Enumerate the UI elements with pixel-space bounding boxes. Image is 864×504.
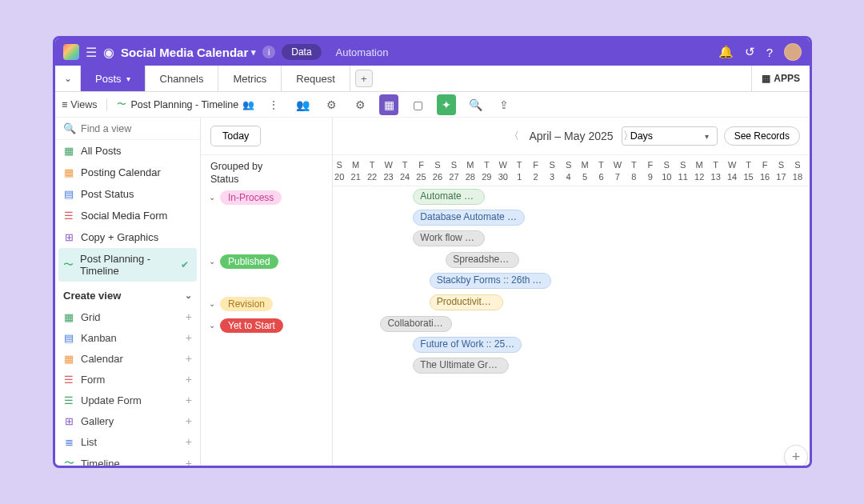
timeline-area: 〈 April – May 2025 〉 Days ▾ See Records … [333,118,810,466]
create-view-list: ▦Grid+▤Kanban+▦Calendar+☰Form+☰Update Fo… [55,306,200,466]
timeline-event[interactable]: Work flow Mana... [413,230,485,246]
sidebar-view-item[interactable]: ▦Posting Calendar [55,162,200,183]
gear-icon[interactable]: ⚙ [350,98,370,111]
menu-icon[interactable]: ☰ [86,45,97,60]
current-view-name[interactable]: 〜 Post Planning - Timeline 👥 [117,98,254,111]
grid-icon: ▦ [63,311,74,323]
day-column-header: S3 [544,155,560,182]
timeline-event[interactable]: Future of Work :: 25th Apri... [413,337,522,353]
timeline-icon: 〜 [117,98,126,111]
export-icon[interactable]: ⇪ [494,98,514,111]
plus-icon: + [186,352,192,365]
day-column-header: M5 [577,155,593,182]
collapse-group-icon[interactable]: ⌄ [209,299,215,308]
day-column-header: T24 [397,155,413,182]
timeline-event[interactable]: The Ultimate Growth H... [413,358,509,374]
tab-channels[interactable]: Channels [146,66,219,91]
sidebar-view-item[interactable]: ☰Social Media Form [55,205,200,226]
sidebar-view-item[interactable]: ⊞Copy + Graphics [55,226,200,248]
add-tab-button[interactable]: + [355,70,373,87]
group-row[interactable]: ⌄Revision [201,293,273,314]
sidebar-view-item[interactable]: 〜Post Planning - Timeline✔ [58,248,197,282]
workspace-title-text: Social Media Calendar [121,46,248,59]
layout-expanded-icon[interactable]: ▦ [379,94,398,115]
group-row[interactable]: ⌄Yet to Start [201,314,283,336]
create-view-item[interactable]: 〜Timeline+ [55,452,200,466]
find-view-input[interactable] [81,123,201,134]
group-row[interactable]: ⌄Published [201,250,278,272]
group-row[interactable]: ⌄In-Process [201,186,282,208]
day-column-header: S26 [430,155,446,182]
collaborators-icon[interactable]: 👥 [293,98,312,111]
today-button[interactable]: Today [210,126,261,146]
bell-icon[interactable]: 🔔 [718,45,734,59]
chevron-down-icon: ▾ [705,132,709,141]
people-icon[interactable]: ◉ [103,45,114,60]
calendar-icon[interactable]: ▢ [408,96,427,114]
timeline-event[interactable]: Collaboration is ... [380,316,452,332]
info-icon[interactable]: i [262,46,275,58]
views-list: ▦All Posts▦Posting Calendar▤Post Status☰… [55,140,200,282]
timeline-event[interactable]: Productivity kills... [430,294,503,310]
tab-posts[interactable]: Posts ▾ [81,66,146,91]
plus-icon: + [186,394,192,406]
see-records-button[interactable]: See Records [724,126,800,146]
add-record-fab[interactable]: + [784,445,808,466]
help-icon[interactable]: ? [766,46,773,59]
status-pill: Revision [220,297,273,311]
tab-metrics[interactable]: Metrics [218,66,282,91]
tabbar: ⌄ Posts ▾ Channels Metrics Request + ▦ A… [55,66,810,92]
create-view-item[interactable]: ☰Update Form+ [55,390,200,410]
timeline-body[interactable]: Automate your w...Database Automate :: 2… [333,186,810,458]
day-column-header: W30 [495,155,511,182]
day-column-header: T1 [511,155,527,182]
sidebar-view-item[interactable]: ▤Post Status [55,183,200,205]
create-view-item[interactable]: ☰Form+ [55,369,200,390]
collapse-group-icon[interactable]: ⌄ [209,257,215,266]
automation-link[interactable]: Automation [336,46,389,58]
create-view-item[interactable]: ▦Calendar+ [55,348,200,369]
collapse-group-icon[interactable]: ⌄ [209,193,215,202]
next-range-button[interactable]: 〉 [623,129,634,143]
day-column-header: M21 [347,155,363,182]
automation-run-icon[interactable]: ✦ [437,94,456,115]
workspace-title[interactable]: Social Media Calendar ▾ [121,46,256,59]
collapse-sidebar-button[interactable]: ⌄ [55,66,81,91]
prev-range-button[interactable]: 〈 [509,129,519,143]
day-column-header: T8 [626,155,642,182]
timeline-event[interactable]: Spreadsheets m... [446,252,519,268]
plus-icon: + [186,414,192,427]
plus-icon: + [186,310,192,323]
collapse-group-icon[interactable]: ⌄ [209,321,215,330]
create-view-item[interactable]: ▤Kanban+ [55,327,200,348]
create-view-item[interactable]: ▦Grid+ [55,306,200,327]
views-button[interactable]: ≡ Views [62,99,97,110]
create-view-item[interactable]: ≣List+ [55,431,200,452]
create-view-item[interactable]: ⊞Gallery+ [55,410,200,431]
timeline-event[interactable]: Stackby Forms :: 26th April, 2... [430,273,551,289]
day-column-header: S11 [675,155,691,182]
search-icon[interactable]: 🔍 [466,98,485,111]
avatar[interactable] [784,43,802,61]
create-view-label: Form [81,374,105,386]
history-icon[interactable]: ↺ [745,45,755,59]
timeline-event[interactable]: Database Automate :: 25th ... [413,210,525,226]
sidebar-view-label: All Posts [81,145,122,157]
tab-request[interactable]: Request [282,66,350,91]
sidebar-view-label: Post Planning - Timeline [80,253,174,277]
check-icon: ✔ [181,259,189,270]
apps-label: APPS [774,73,800,84]
more-icon[interactable]: ⋮ [264,98,283,111]
data-pill[interactable]: Data [282,44,321,60]
status-pill: Published [220,254,278,269]
tab-label: Request [296,73,334,85]
day-column-header: T13 [707,155,723,182]
filter-icon[interactable]: ⚙ [322,98,341,111]
create-view-header[interactable]: Create view ⌄ [55,282,200,306]
timeline-event[interactable]: Automate your w... [413,189,485,205]
create-view-label: List [81,436,97,448]
titlebar: ☰ ◉ Social Media Calendar ▾ i Data Autom… [55,38,810,66]
apps-button[interactable]: ▦ APPS [751,66,810,91]
zoom-select[interactable]: Days ▾ [622,126,718,146]
sidebar-view-item[interactable]: ▦All Posts [55,140,200,162]
